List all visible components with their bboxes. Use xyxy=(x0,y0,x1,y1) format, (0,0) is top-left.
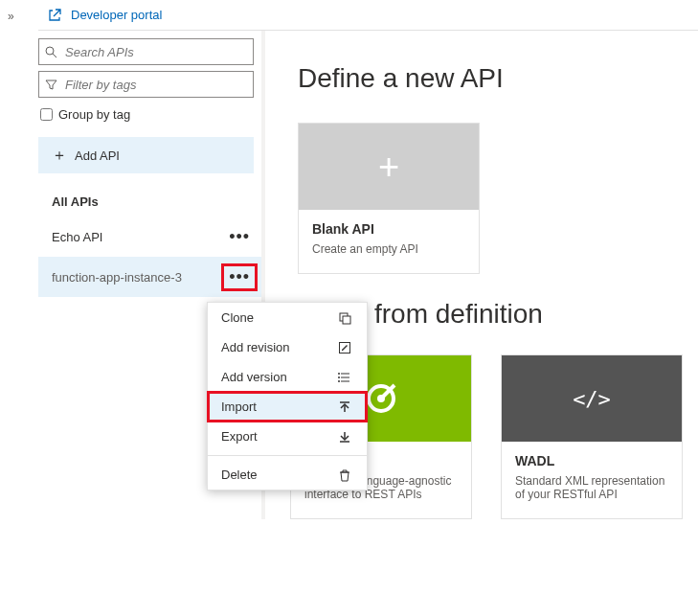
list-icon xyxy=(338,371,353,384)
from-definition-heading: from definition xyxy=(374,299,683,330)
page-title: Define a new API xyxy=(298,63,683,94)
menu-label: Add revision xyxy=(221,340,290,354)
add-api-label: Add API xyxy=(75,148,120,163)
api-item-label: function-app-instance-3 xyxy=(52,270,182,285)
api-context-menu: Clone Add revision Add version Import Ex… xyxy=(207,302,368,491)
menu-add-revision[interactable]: Add revision xyxy=(208,332,367,362)
menu-add-version[interactable]: Add version xyxy=(208,362,367,392)
search-icon xyxy=(45,46,57,58)
group-by-tag-row[interactable]: Group by tag xyxy=(38,103,261,131)
clone-icon xyxy=(338,311,353,325)
more-icon[interactable]: ••• xyxy=(223,265,256,289)
menu-label: Delete xyxy=(221,468,258,482)
all-apis-heading[interactable]: All APIs xyxy=(38,187,261,217)
svg-rect-6 xyxy=(343,316,350,324)
api-item-echo[interactable]: Echo API ••• xyxy=(38,217,261,257)
api-item-label: Echo API xyxy=(52,230,102,244)
menu-import[interactable]: Import xyxy=(208,392,367,422)
plus-icon: ＋ xyxy=(52,146,67,166)
menu-label: Add version xyxy=(221,370,287,384)
api-item-function-app[interactable]: function-app-instance-3 ••• xyxy=(38,257,261,297)
svg-point-8 xyxy=(338,373,340,375)
filter-icon xyxy=(45,79,57,91)
menu-export[interactable]: Export xyxy=(208,422,367,451)
tile-wadl[interactable]: </> WADL Standard XML representation of … xyxy=(501,354,683,519)
tile-title: WADL xyxy=(515,453,668,468)
svg-line-1 xyxy=(53,54,56,57)
group-by-tag-checkbox[interactable] xyxy=(40,108,53,121)
tile-title: Blank API xyxy=(312,221,465,237)
plus-icon: + xyxy=(378,147,399,188)
menu-delete[interactable]: Delete xyxy=(208,460,367,490)
svg-point-10 xyxy=(338,380,340,382)
import-icon xyxy=(338,400,353,414)
menu-label: Import xyxy=(221,399,257,414)
tile-desc: Standard XML representation of your REST… xyxy=(515,474,664,501)
openapi-icon xyxy=(362,379,400,418)
expand-sidebar-button[interactable]: » xyxy=(8,10,14,23)
tile-desc: Create an empty API xyxy=(312,242,418,256)
delete-icon xyxy=(338,468,353,482)
more-icon[interactable]: ••• xyxy=(223,225,256,249)
menu-label: Export xyxy=(221,429,258,444)
filter-tags-field[interactable] xyxy=(38,71,254,98)
top-bar: Developer portal xyxy=(38,0,698,31)
group-by-tag-label: Group by tag xyxy=(58,107,130,122)
code-icon: </> xyxy=(573,387,611,411)
search-apis-field[interactable] xyxy=(38,38,254,65)
svg-point-0 xyxy=(46,47,54,55)
menu-clone[interactable]: Clone xyxy=(208,303,367,332)
svg-point-9 xyxy=(338,376,340,378)
developer-portal-link[interactable]: Developer portal xyxy=(71,8,162,22)
external-link-icon xyxy=(48,9,61,22)
menu-separator xyxy=(208,455,367,456)
menu-label: Clone xyxy=(221,310,254,325)
search-apis-input[interactable] xyxy=(63,44,247,60)
tile-wadl-graphic: </> xyxy=(502,355,682,442)
add-api-button[interactable]: ＋ Add API xyxy=(38,137,254,173)
filter-tags-input[interactable] xyxy=(63,77,247,93)
tile-blank-api-graphic: + xyxy=(299,124,479,210)
export-icon xyxy=(338,430,353,444)
tile-blank-api[interactable]: + Blank API Create an empty API xyxy=(298,123,480,274)
edit-icon xyxy=(338,341,353,354)
